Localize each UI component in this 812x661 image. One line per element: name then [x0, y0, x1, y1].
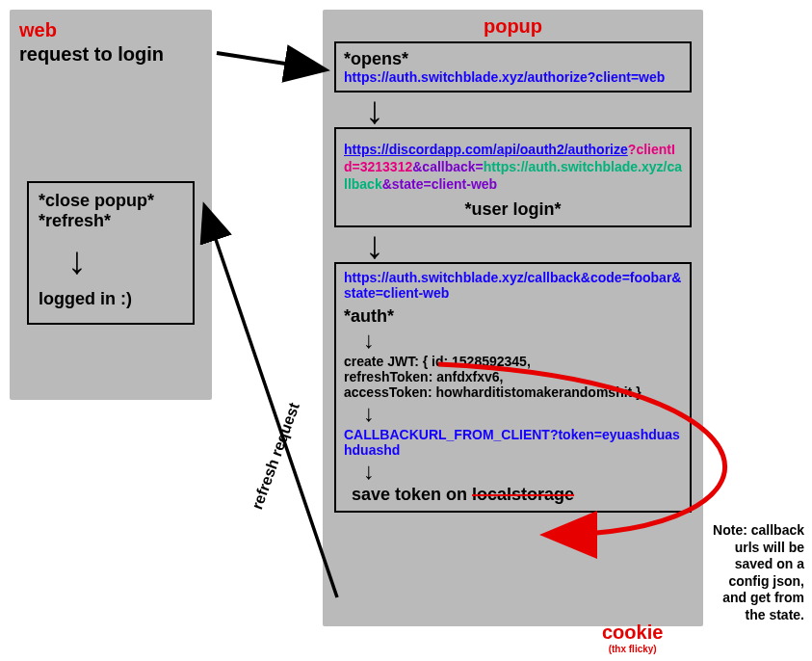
localstorage-struck: localstorage [472, 485, 574, 504]
popup-title: popup [327, 15, 699, 38]
cookie-credit: (thx flicky) [602, 644, 663, 654]
web-result-box: *close popup* *refresh* ↓ logged in :) [27, 181, 195, 325]
refresh-request-label: refresh request [249, 401, 303, 513]
arrow-down-icon: ↓ [67, 247, 183, 274]
callback-key: callback= [422, 159, 483, 174]
web-request-label: request to login [19, 43, 202, 66]
arrow-popup-to-web [205, 208, 337, 597]
amp1: & [412, 159, 422, 174]
save-token-prefix: save token on [352, 485, 472, 504]
user-login-label: *user login* [344, 199, 682, 220]
popup-step1-box: *opens* https://auth.switchblade.xyz/aut… [334, 41, 692, 93]
auth-authorize-url: https://auth.switchblade.xyz/authorize?c… [344, 69, 682, 85]
web-title: web [19, 19, 202, 41]
close-popup-label: *close popup* [39, 191, 183, 211]
logged-in-label: logged in :) [39, 289, 183, 309]
popup-step2-box: https://discordapp.com/api/oauth2/author… [334, 127, 692, 227]
jwt-line-3: accessToken: howharditistomakerandomshit… [344, 384, 682, 400]
popup-panel: popup *opens* https://auth.switchblade.x… [323, 10, 703, 626]
client-callback-url: CALLBACKURL_FROM_CLIENT?token=eyuashduas… [344, 427, 682, 458]
arrow-down-icon: ↓ [365, 96, 699, 123]
arrow-down-icon: ↓ [363, 327, 682, 354]
opens-label: *opens* [344, 49, 682, 69]
arrow-down-icon: ↓ [363, 458, 682, 485]
discord-url-base: https://discordapp.com/api/oauth2/author… [344, 142, 628, 157]
amp2: & [382, 176, 392, 192]
refresh-label: *refresh* [39, 211, 183, 231]
arrow-down-icon: ↓ [365, 231, 699, 258]
jwt-line-2: refreshToken: anfdxfxv6, [344, 369, 682, 384]
arrow-down-icon: ↓ [363, 400, 682, 427]
auth-callback-url: https://auth.switchblade.xyz/callback&co… [344, 270, 682, 301]
cookie-label: cookie (thx flicky) [602, 621, 663, 654]
jwt-line-1: create JWT: { id: 1528592345, [344, 354, 682, 369]
web-panel: web request to login *close popup* *refr… [10, 10, 212, 400]
state-param: state=client-web [392, 176, 497, 192]
callback-note: Note: callback urls will be saved on a c… [708, 522, 804, 623]
auth-label: *auth* [344, 306, 682, 327]
save-token-label: save token on localstorage [344, 485, 682, 505]
arrow-web-to-popup [217, 53, 323, 69]
popup-step3-box: https://auth.switchblade.xyz/callback&co… [334, 262, 692, 513]
